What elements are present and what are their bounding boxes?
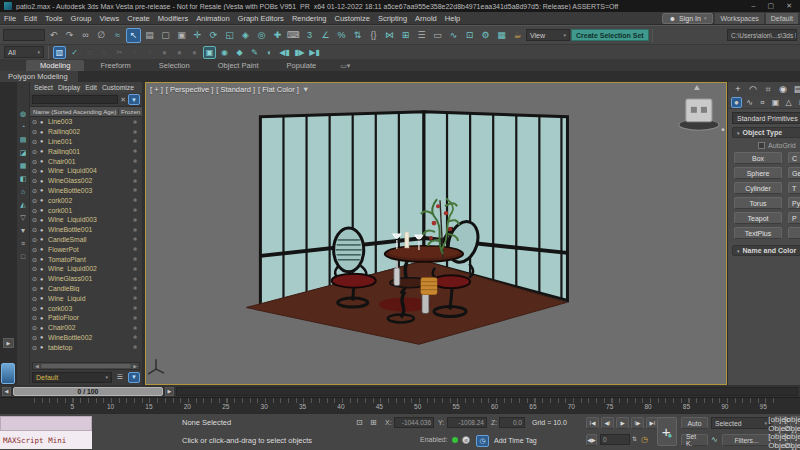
primitive-button[interactable]: TextPlus [734,227,782,239]
column-frozen[interactable]: Frozen [118,108,142,115]
visibility-eye-icon[interactable]: ⊙ [32,167,40,174]
sphere-level-icon-2[interactable]: ● [173,46,186,59]
scene-object-row[interactable]: ⊙ ● PatioFloor ✱ [30,313,142,323]
disabled-tool-icon-1[interactable]: ◌ [83,46,96,59]
ribbon-tab[interactable]: Object Paint [204,60,273,71]
scene-object-row[interactable]: ⊙ ● WineBottle002 ✱ [30,333,142,343]
ribbon-config-icon[interactable]: ▭▾ [340,62,350,71]
primitive-button[interactable]: P [788,212,800,224]
visibility-eye-icon[interactable]: ⊙ [32,128,40,135]
macro-recorder-field[interactable] [0,416,92,431]
menu-item[interactable]: Help [441,14,464,23]
candle[interactable] [405,232,409,248]
clear-search-icon[interactable]: ✕ [120,96,126,104]
create-tab-icon[interactable]: + [732,83,744,95]
ribbon-toggle-icon[interactable]: ▭ [430,28,445,43]
visibility-eye-icon[interactable]: ⊙ [32,265,40,272]
mirror-icon[interactable]: ⋈ [382,28,397,43]
layer-select[interactable]: Default ▾ [32,372,112,383]
z-coordinate-field[interactable]: 0.0 [499,417,525,428]
time-slider-handle[interactable]: 0 / 100 [13,387,163,396]
frozen-toggle-icon[interactable]: ✱ [128,344,142,350]
point-dot-icon-1[interactable]: · [128,46,141,59]
visibility-eye-icon[interactable]: ⊙ [32,177,40,184]
per-view-filter-icon[interactable]: ▼ [302,85,309,94]
explorer-geometry-icon[interactable]: ◪ [18,147,29,158]
expand-panel-button[interactable]: ▶ [3,338,14,348]
object-name[interactable]: Line003 [48,118,128,125]
frozen-toggle-icon[interactable]: ✱ [128,325,142,331]
use-pivot-center-icon[interactable]: ◎ [254,28,269,43]
scene-object-row[interactable]: ⊙ ● tabletop ✱ [30,342,142,352]
playback-button[interactable]: ▶ [616,417,629,429]
select-object-icon[interactable]: ↖ [126,28,141,43]
visibility-eye-icon[interactable]: ⊙ [32,324,40,331]
time-configuration-icon[interactable]: ◷ [641,435,648,444]
viewport-menu-pov[interactable]: [ Perspective ] [166,85,214,94]
visibility-eye-icon[interactable]: ⊙ [32,334,40,341]
selection-filter-select[interactable] [3,29,45,41]
scene-object-row[interactable]: ⊙ ● cork003 ✱ [30,303,142,313]
scene-object-row[interactable]: ⊙ ● Chair002 ✱ [30,323,142,333]
primitive-button[interactable]: Sphere [734,167,782,179]
viewport-menu-general[interactable]: [ + ] [150,85,163,94]
select-manipulate-icon[interactable]: ✚ [270,28,285,43]
menu-item[interactable]: Modifiers [154,14,192,23]
frozen-toggle-icon[interactable]: ✱ [128,178,142,184]
object-name[interactable]: Railing001 [48,148,128,155]
explorer-menu-item[interactable]: Edit [83,84,99,91]
isolate-selection-icon[interactable]: ⊡ [356,418,363,427]
scene-object-row[interactable]: ⊙ ● WineBottle001 ✱ [30,225,142,235]
curve-editor-icon[interactable]: ∿ [446,28,461,43]
autogrid-checkbox[interactable]: AutoGrid [758,142,800,149]
shapes-category-icon[interactable]: ∿ [744,97,755,108]
annotate-pen-icon[interactable]: ✎ [248,46,261,59]
time-slider-track[interactable] [176,387,798,396]
explorer-pick-icon[interactable]: ◍ [18,108,29,119]
scene-object-row[interactable]: ⊙ ● cork001 ✱ [30,205,142,215]
scroll-right-icon[interactable]: ▶ [133,363,137,369]
material-editor-icon[interactable]: ◉ [218,46,231,59]
scene-object-row[interactable]: ⊙ ● Wine_Liquid002 ✱ [30,264,142,274]
visibility-eye-icon[interactable]: ⊙ [32,295,40,302]
filter-icon[interactable]: ▼ [128,94,140,105]
frozen-toggle-icon[interactable]: ✱ [128,256,142,262]
explorer-groups-icon[interactable]: ▼ [18,225,29,236]
percent-snap-icon[interactable]: % [334,28,349,43]
spacewarps-category-icon[interactable]: ≋ [796,97,800,108]
visibility-eye-icon[interactable]: ⊙ [32,314,40,321]
frozen-toggle-icon[interactable]: ✱ [128,305,142,311]
primitive-button[interactable]: Pyr [788,197,800,209]
sphere-level-icon-3[interactable]: ● [188,46,201,59]
modify-tab-icon[interactable]: ◠ [747,83,759,95]
auto-key-button[interactable]: Auto [681,417,708,429]
keyboard-override-icon[interactable]: ⌨ [286,28,301,43]
object-name[interactable]: Chair002 [48,324,128,331]
menu-item[interactable]: File [0,14,20,23]
workspaces-button[interactable]: Workspaces [715,13,763,24]
key-step-toggle[interactable]: ◀▶ [586,434,597,446]
primitive-button[interactable]: Torus [734,197,782,209]
menu-item[interactable]: Arnold [411,14,441,23]
primitive-button[interactable]: Cylinder [734,182,782,194]
selection-check-icon[interactable]: ✓ [68,46,81,59]
object-name[interactable]: tabletop [48,344,128,351]
explorer-menu-item[interactable]: Select [32,84,55,91]
window-crossing-icon[interactable]: ▣ [174,28,189,43]
explorer-cameras-icon[interactable]: ⌂ [18,186,29,197]
sign-in-button[interactable]: ☻ Sign In ▾ [662,13,714,24]
primitive-button[interactable]: C [788,152,800,164]
object-name[interactable]: Wine_Liquid002 [48,265,128,272]
explorer-lock-icon[interactable]: ◔ [18,121,29,132]
close-button[interactable]: ✕ [786,2,792,10]
object-name[interactable]: Railing002 [48,128,128,135]
current-frame-field[interactable]: 0 [600,434,630,445]
frozen-toggle-icon[interactable]: ✱ [128,129,142,135]
search-input[interactable] [32,95,118,104]
select-scale-icon[interactable]: ◱ [222,28,237,43]
object-name[interactable]: WineBottle003 [48,187,128,194]
select-move-icon[interactable]: ✛ [190,28,205,43]
menu-item[interactable]: Customize [330,14,373,23]
horizontal-scrollbar[interactable]: ◀ ▶ [32,362,140,370]
frozen-toggle-icon[interactable]: ✱ [128,266,142,272]
